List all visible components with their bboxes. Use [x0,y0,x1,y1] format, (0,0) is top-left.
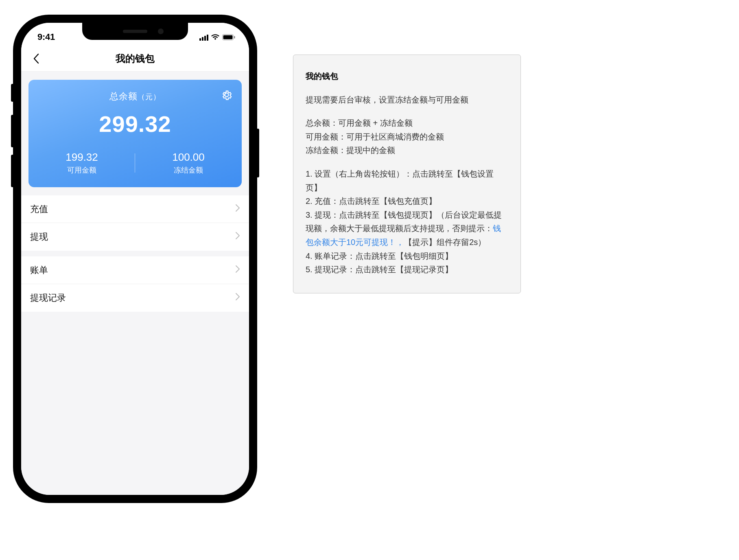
frozen-label: 冻结金额 [135,165,242,175]
frozen-value: 100.00 [135,151,242,164]
chevron-right-icon [235,204,240,214]
balance-card: 总余额（元） 299.32 199.32 可用金额 100.00 冻结金额 [28,80,242,187]
phone-vol-down [11,155,14,187]
menu-withdraw-history[interactable]: 提现记录 [21,284,249,312]
phone-screen: 9:41 我的钱包 [21,23,249,495]
menu-item-label: 账单 [30,264,48,276]
wifi-icon [211,34,220,40]
camera-icon [158,28,164,34]
balance-title-row: 总余额（元） [28,90,242,103]
note-items: 1. 设置（右上角齿轮按钮）：点击跳转至【钱包设置页】 2. 充值：点击跳转至【… [306,167,508,277]
available-label: 可用金额 [28,165,135,175]
chevron-right-icon [235,232,240,242]
note-item-3b: 【提示】组件存留2s） [404,238,486,247]
menu-item-label: 充值 [30,203,48,215]
signal-icon [199,33,208,41]
note-def-frozen: 冻结金额：提现中的金额 [306,144,508,158]
menu-item-label: 提现 [30,231,48,243]
svg-rect-1 [223,35,233,39]
phone-vol-up [11,115,14,147]
menu-item-label: 提现记录 [30,292,66,304]
phone-power-button [256,129,259,177]
note-def-available: 可用金额：可用于社区商城消费的金额 [306,130,508,144]
status-time: 9:41 [37,32,55,42]
menu-withdraw[interactable]: 提现 [21,223,249,251]
doc-note: 我的钱包 提现需要后台审核，设置冻结金额与可用金额 总余额：可用金额 + 冻结金… [293,55,521,293]
balance-split: 199.32 可用金额 100.00 冻结金额 [28,151,242,175]
available-col: 199.32 可用金额 [28,151,135,175]
menu-bill[interactable]: 账单 [21,256,249,284]
chevron-right-icon [235,265,240,276]
svg-rect-2 [234,36,235,38]
balance-title: 总余额 [109,91,138,101]
phone-inner: 9:41 我的钱包 [19,20,251,497]
note-item-3: 3. 提现：点击跳转至【钱包提现页】（后台设定最低提现额，余额大于最低提现额后支… [306,208,508,249]
gear-icon [221,89,232,101]
phone-notch [82,23,188,40]
settings-button[interactable] [221,89,233,101]
chevron-left-icon [33,53,39,64]
available-value: 199.32 [28,151,135,164]
note-title: 我的钱包 [306,70,508,83]
note-definitions: 总余额：可用金额 + 冻结金额 可用金额：可用于社区商城消费的金额 冻结金额：提… [306,116,508,158]
menu-group-1: 充值 提现 [21,195,249,251]
phone-frame: 9:41 我的钱包 [13,15,257,503]
battery-icon [222,34,235,40]
menu-recharge[interactable]: 充值 [21,195,249,223]
menu-group-2: 账单 提现记录 [21,256,249,312]
note-item-4: 4. 账单记录：点击跳转至【钱包明细页】 [306,249,508,263]
balance-unit: （元） [138,93,161,101]
note-item-3a: 3. 提现：点击跳转至【钱包提现页】（后台设定最低提现额，余额大于最低提现额后支… [306,210,502,233]
note-intro: 提现需要后台审核，设置冻结金额与可用金额 [306,93,508,107]
frozen-col: 100.00 冻结金额 [135,151,242,175]
chevron-right-icon [235,293,240,303]
back-button[interactable] [30,52,42,65]
phone-silence-switch [11,84,14,102]
balance-amount: 299.32 [28,111,242,137]
nav-bar: 我的钱包 [21,46,249,72]
note-def-total: 总余额：可用金额 + 冻结金额 [306,116,508,130]
speaker-icon [123,30,147,33]
page-content: 总余额（元） 299.32 199.32 可用金额 100.00 冻结金额 [21,72,249,495]
page-title: 我的钱包 [116,52,155,65]
spacer [306,158,508,167]
note-item-1: 1. 设置（右上角齿轮按钮）：点击跳转至【钱包设置页】 [306,167,508,195]
note-item-5: 5. 提现记录：点击跳转至【提现记录页】 [306,263,508,277]
note-item-2: 2. 充值：点击跳转至【钱包充值页】 [306,195,508,208]
status-indicators [199,33,235,41]
